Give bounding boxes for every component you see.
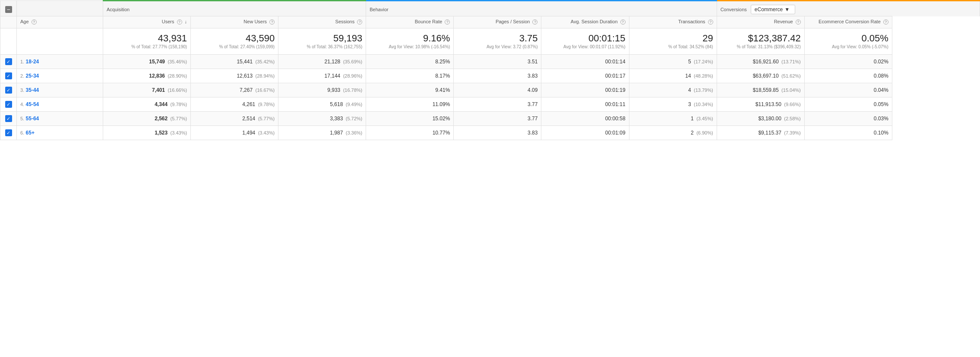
pages-session-col-header[interactable]: Pages / Session ? [454,16,541,28]
row-bounce-rate-cell: 8.17% [366,69,454,83]
age-link[interactable]: 55-64 [26,116,39,122]
avg-session-help-icon[interactable]: ? [620,19,626,25]
row-checkbox[interactable]: ✓ [5,129,12,136]
row-avg-session-value: 00:01:11 [605,101,626,107]
row-bounce-rate-cell: 10.77% [366,126,454,140]
row-transactions-value: 14 [685,73,691,79]
users-col-header[interactable]: Users ? ↓ [103,16,191,28]
row-avg-session-value: 00:01:19 [605,87,626,93]
row-new-users-pct: (16.67%) [254,88,275,93]
totals-bounce-rate-value: 9.16% [370,33,450,44]
bounce-rate-help-icon[interactable]: ? [445,19,450,25]
totals-bounce-rate-sub: Avg for View: 10.98% (-16.54%) [370,44,450,50]
age-link[interactable]: 18-24 [26,59,39,65]
row-checkbox-cell[interactable]: ✓ [0,69,17,83]
new-users-col-header[interactable]: New Users ? [191,16,278,28]
age-link[interactable]: 65+ [26,130,35,136]
row-users-value: 1,523 [155,130,168,136]
ecommerce-rate-header-label: Ecommerce Conversion Rate [819,19,881,24]
row-revenue-pct: (13.71%) [780,59,801,64]
row-new-users-pct: (35.42%) [254,59,275,64]
totals-new-users-cell: 43,590 % of Total: 27.40% (159,099) [191,28,278,55]
row-transactions-value: 2 [691,130,694,136]
totals-new-users-value: 43,590 [194,33,275,44]
row-ecommerce-rate-value: 0.03% [874,116,888,122]
users-sort-arrow[interactable]: ↓ [185,19,187,24]
row-new-users-cell: 4,261 (9.78%) [191,97,278,112]
row-sessions-value: 5,618 [330,101,343,107]
row-checkbox-cell[interactable]: ✓ [0,97,17,112]
row-ecommerce-rate-value: 0.10% [874,130,888,136]
totals-revenue-value: $123,387.42 [721,33,801,44]
sessions-help-icon[interactable]: ? [357,19,362,25]
row-new-users-value: 15,441 [237,59,253,65]
users-help-icon[interactable]: ? [177,19,182,25]
conversions-section-header: Conversions eCommerce ▼ [717,1,980,16]
totals-users-cell: 43,931 % of Total: 27.77% (158,190) [103,28,191,55]
new-users-help-icon[interactable]: ? [269,19,275,25]
row-sessions-cell: 9,933 (16.78%) [278,83,366,97]
row-pages-session-cell: 3.77 [454,112,541,126]
transactions-col-header[interactable]: Transactions ? [629,16,717,28]
row-revenue-value: $63,697.10 [753,73,779,79]
age-link[interactable]: 35-44 [26,87,39,93]
row-checkbox[interactable]: ✓ [5,101,12,108]
row-sessions-pct: (35.69%) [342,59,363,64]
totals-users-sub: % of Total: 27.77% (158,190) [107,44,187,50]
row-users-value: 4,344 [155,101,168,107]
avg-session-col-header[interactable]: Avg. Session Duration ? [541,16,629,28]
row-users-pct: (5.77%) [169,116,187,121]
row-avg-session-cell: 00:01:09 [541,126,629,140]
row-transactions-pct: (10.34%) [692,102,713,107]
sessions-header-label: Sessions [335,19,355,24]
row-new-users-pct: (3.43%) [257,130,275,135]
row-sessions-cell: 21,128 (35.69%) [278,55,366,69]
table-row: ✓ 2. 25-34 12,836 (28.90%) 12,613 (28.94… [0,69,980,83]
revenue-col-header[interactable]: Revenue ? [717,16,804,28]
revenue-help-icon[interactable]: ? [796,19,801,25]
age-link[interactable]: 25-34 [26,73,39,79]
row-sessions-cell: 17,144 (28.96%) [278,69,366,83]
row-checkbox-cell[interactable]: ✓ [0,55,17,69]
row-transactions-pct: (13.79%) [692,88,713,93]
totals-sessions-cell: 59,193 % of Total: 36.37% (162,755) [278,28,366,55]
pages-session-help-icon[interactable]: ? [532,19,537,25]
ecommerce-dropdown[interactable]: eCommerce ▼ [751,5,795,14]
row-revenue-cell: $63,697.10 (51.62%) [717,69,804,83]
ecommerce-rate-help-icon[interactable]: ? [883,19,888,25]
row-new-users-value: 7,267 [240,87,253,93]
row-checkbox[interactable]: ✓ [5,115,12,122]
new-users-header-label: New Users [243,19,267,24]
row-sessions-value: 9,933 [327,87,340,93]
row-avg-session-value: 00:01:14 [605,59,626,65]
row-checkbox[interactable]: ✓ [5,72,12,79]
totals-pages-session-value: 3.75 [457,33,537,44]
age-header-spacer [17,1,103,16]
row-ecommerce-rate-cell: 0.04% [804,83,892,97]
row-checkbox-cell[interactable]: ✓ [0,83,17,97]
age-help-icon[interactable]: ? [32,19,37,25]
row-revenue-cell: $18,559.85 (15.04%) [717,83,804,97]
row-new-users-pct: (5.77%) [257,116,275,121]
transactions-help-icon[interactable]: ? [708,19,713,25]
row-pages-session-value: 4.09 [528,87,537,93]
row-sessions-value: 3,383 [330,116,343,122]
sessions-col-header[interactable]: Sessions ? [278,16,366,28]
row-transactions-pct: (48.28%) [692,73,713,78]
age-link[interactable]: 45-54 [26,101,39,107]
row-checkbox-cell[interactable]: ✓ [0,126,17,140]
ecommerce-rate-col-header[interactable]: Ecommerce Conversion Rate ? [804,16,892,28]
row-transactions-pct: (17.24%) [692,59,713,64]
row-checkbox[interactable]: ✓ [5,58,12,65]
row-checkbox-cell[interactable]: ✓ [0,112,17,126]
minus-icon[interactable]: − [5,6,12,13]
collapse-button[interactable]: − [0,1,17,16]
row-ecommerce-rate-cell: 0.05% [804,97,892,112]
bounce-rate-col-header[interactable]: Bounce Rate ? [366,16,454,28]
table-row: ✓ 4. 45-54 4,344 (9.78%) 4,261 (9.78%) 5… [0,97,980,112]
row-new-users-value: 2,514 [242,116,255,122]
ecommerce-option-label: eCommerce [755,6,783,13]
row-checkbox[interactable]: ✓ [5,87,12,94]
row-new-users-cell: 2,514 (5.77%) [191,112,278,126]
row-pages-session-cell: 3.51 [454,55,541,69]
